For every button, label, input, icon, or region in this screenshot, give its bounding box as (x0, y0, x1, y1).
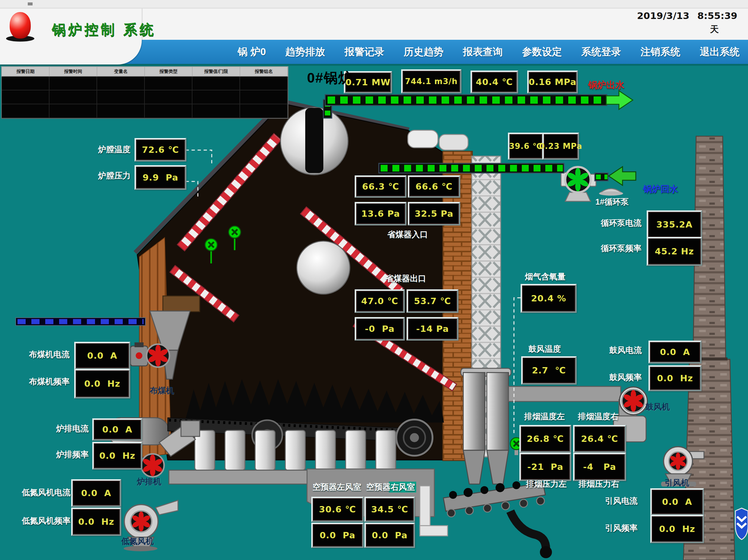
menu-item-trend-emission[interactable]: 趋势排放 (285, 45, 325, 59)
fan-housing (396, 419, 433, 456)
menu-item-logout[interactable]: 注销系统 (640, 45, 680, 59)
supply-pipe (323, 91, 633, 118)
eco-inlet-pa2-value: 32.5 Pa (408, 202, 460, 225)
grate-freq-label: 炉排频率 (56, 449, 89, 460)
menu-item-system-login[interactable]: 系统登录 (581, 45, 621, 59)
pump-freq-value: 45.2 Hz (647, 237, 702, 266)
flue-o2-value: 20.4 % (520, 284, 577, 313)
window-title-strip (0, 0, 748, 8)
feeder-name-label: 布煤机 (149, 385, 174, 396)
blower-current-label: 鼓风电流 (609, 345, 642, 356)
lownox-current-value: 0.0 A (71, 479, 121, 507)
eco-outlet-temp1-value: 47.0 ℃ (355, 289, 405, 313)
valve-indicator-2[interactable] (229, 226, 241, 238)
exhaust-temp-left-label: 排烟温度左 (524, 411, 565, 422)
pump-freq-label: 循环泵频率 (601, 243, 641, 254)
menu-item-alarm-log[interactable]: 报警记录 (345, 45, 384, 59)
hmi-screen: 锅炉控制 系统 2019/3/13 8:55:39 天 锅 炉0 趋势排放 报警… (0, 0, 748, 560)
eco-outlet-label: 省煤器出口 (385, 273, 426, 284)
exhaust-temp-left-value: 26.8 ℃ (519, 425, 571, 453)
blower-temp-value: 2.7 ℃ (521, 356, 577, 385)
header-curve: 锅炉控制 系统 (0, 8, 142, 65)
preheater-right-label: 空预器右风室 (366, 482, 416, 492)
blower-fan-icon[interactable] (620, 387, 647, 415)
coal-feed-line (16, 318, 145, 325)
menu-item-exit[interactable]: 退出系统 (700, 45, 740, 59)
menu-item-history-trend[interactable]: 历史趋势 (403, 45, 443, 59)
menu-item-report-query[interactable]: 报表查询 (463, 45, 503, 59)
grate-current-label: 炉排电流 (56, 423, 89, 434)
preheater-right-pa-value: 0.0 Pa (364, 522, 415, 548)
circulation-pump-label: 1#循环泵 (595, 196, 629, 208)
flue-duct (509, 386, 621, 401)
system-time: 8:55:39 (697, 10, 738, 21)
flue-o2-label: 烟气含氧量 (525, 271, 565, 282)
blower-freq-label: 鼓风频率 (609, 372, 642, 383)
system-date: 2019/3/13 (637, 10, 689, 21)
alarm-table-body[interactable] (1, 77, 288, 119)
grate-name-label: 炉排机 (137, 476, 161, 487)
alarm-col-group: 报警组名 (240, 67, 288, 76)
eco-outlet-pa2-value: -14 Pa (406, 317, 459, 341)
boiler-flow-value: 744.1 m3/h (401, 69, 462, 93)
coal-feeder-fan-icon[interactable] (146, 344, 169, 367)
eco-inlet-pa1-value: 13.6 Pa (355, 202, 406, 225)
mud-drum (297, 241, 350, 294)
grate-current-value: 0.0 A (92, 418, 142, 441)
lownox-name-label: 低氮风机 (121, 536, 154, 547)
return-pressure-value: 0.23 MPa (542, 132, 579, 160)
return-water-label: 锅炉回水 (643, 183, 678, 195)
furnace-pressure-value: 9.9 Pa (135, 165, 186, 190)
exhaust-pressure-right-label: 排烟压力右 (579, 479, 619, 489)
menu-item-boiler0[interactable]: 锅 炉0 (238, 45, 266, 59)
boiler-name: 0#锅炉 (307, 69, 353, 88)
wind-boxes (195, 431, 396, 470)
induced-freq-label: 引风频率 (605, 522, 638, 534)
pump-current-value: 335.2A (647, 210, 702, 239)
induced-current-value: 0.0 A (650, 488, 704, 515)
feeder-freq-value: 0.0 Hz (74, 369, 130, 398)
shield-logo (735, 508, 748, 539)
blower-name-label: 鼓风机 (646, 401, 670, 412)
slag-conveyor (443, 479, 552, 558)
preheater-left-temp-value: 30.6 ℃ (311, 497, 364, 522)
return-temp-value: 39.6 ℃ (508, 132, 543, 160)
exhaust-pa-right-value: -4 Pa (573, 453, 626, 481)
preheater-left-pa-value: 0.0 Pa (311, 522, 364, 548)
page-title: 锅炉控制 系统 (52, 21, 156, 39)
valve-indicator-1[interactable] (205, 239, 217, 251)
blower-current-value: 0.0 A (649, 341, 702, 364)
menu-item-parameter-setting[interactable]: 参数设定 (522, 45, 562, 59)
return-arrow-icon (609, 167, 636, 185)
feeder-current-label: 布煤机电流 (29, 349, 70, 360)
induced-freq-value: 0.0 Hz (650, 515, 704, 543)
induced-fan-name-label: 引风机 (665, 478, 689, 488)
exhaust-temp-right-value: 26.4 ℃ (573, 425, 626, 453)
alarm-col-type: 报警类型 (145, 67, 192, 76)
boiler-outlet-temp-value: 40.4 ℃ (470, 71, 518, 93)
exhaust-temp-right-label: 排烟温度右 (578, 411, 618, 422)
alarm-table[interactable]: 报警日期 报警时间 变量名 报警类型 报警值/门限 报警组名 (1, 66, 288, 119)
eco-outlet-temp2-value: 53.7 ℃ (406, 289, 459, 313)
lownox-current-label: 低氮风机电流 (22, 487, 71, 498)
blower-temp-label: 鼓风温度 (529, 344, 561, 355)
eco-outlet-pa1-value: -0 Pa (355, 317, 405, 341)
lownox-freq-value: 0.0 Hz (71, 508, 121, 536)
alarm-col-variable: 变量名 (97, 67, 145, 76)
grate-freq-value: 0.0 Hz (92, 442, 142, 469)
furnace-temp-value: 72.6 ℃ (135, 138, 186, 162)
lownox-freq-label: 低氮风机频率 (22, 515, 71, 526)
preheater-left-label: 空预器左风室 (312, 482, 361, 492)
window-control-icon[interactable] (28, 2, 32, 5)
blower-freq-value: 0.0 Hz (649, 365, 702, 391)
furnace-pressure-label: 炉膛压力 (98, 170, 131, 181)
outlet-water-label: 锅炉出水 (588, 79, 624, 91)
eco-inlet-label: 省煤器入口 (387, 229, 428, 240)
exhaust-pressure-left-label: 排烟压力左 (526, 479, 567, 489)
preheater-right-temp-value: 34.5 ℃ (364, 497, 415, 522)
induced-current-label: 引风电流 (605, 495, 638, 506)
alarm-table-header: 报警日期 报警时间 变量名 报警类型 报警值/门限 报警组名 (1, 66, 288, 77)
alarm-lamp-icon (10, 12, 31, 39)
feeder-freq-label: 布煤机频率 (29, 376, 70, 387)
pump-current-label: 循环泵电流 (601, 218, 641, 228)
